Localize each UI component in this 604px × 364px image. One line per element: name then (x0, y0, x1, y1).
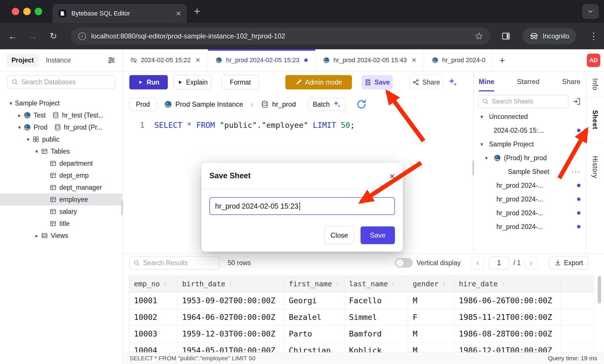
table-cell[interactable]: 1954-05-01T00:00:00Z (178, 342, 284, 352)
new-sheet-button[interactable]: + (493, 49, 511, 71)
site-info-icon[interactable]: i (78, 32, 86, 40)
rail-tab-history[interactable]: History (586, 142, 604, 192)
maximize-window-button[interactable] (35, 8, 42, 15)
close-icon[interactable]: × (412, 56, 416, 64)
sheet-item[interactable]: hr_prod 2024-... (474, 220, 586, 234)
table-cell[interactable]: 1985-11-21T00:00:00Z (454, 309, 561, 326)
sheet-item[interactable]: hr_prod 2024-... (474, 192, 586, 206)
next-page-button[interactable]: › (525, 257, 537, 269)
table-cell[interactable]: Facello (344, 292, 408, 309)
format-button[interactable]: Format (222, 75, 259, 89)
results-scrollbar[interactable] (598, 276, 601, 304)
modal-close-button[interactable]: Close (324, 226, 354, 244)
table-cell[interactable]: 1986-06-26T00:00:00Z (454, 292, 561, 309)
modal-save-button[interactable]: Save (361, 226, 395, 244)
sheet-search-input[interactable] (492, 98, 565, 105)
sheet-item[interactable]: hr_prod 2024-... (474, 206, 586, 220)
chevron-down-icon[interactable]: ▾ (480, 141, 489, 148)
chevron-down-icon[interactable]: ▾ (24, 136, 32, 143)
table-cell[interactable]: 10003 (129, 326, 178, 342)
breadcrumb-instance[interactable]: Prod Sample Instance (164, 100, 243, 108)
tree-item[interactable]: title (0, 218, 122, 230)
table-cell[interactable]: Georgi (284, 292, 344, 309)
minimize-window-button[interactable] (23, 8, 31, 15)
sheet-item[interactable]: ▾(Prod) hr_prod (474, 151, 586, 165)
save-button[interactable]: Save (362, 75, 393, 89)
browser-menu-icon[interactable]: ⋮ (588, 29, 599, 43)
editor-tab[interactable]: hr_prod 2024-02-05 15:23 (208, 49, 315, 71)
table-cell[interactable]: M (408, 326, 454, 342)
sheet-item[interactable]: Sample Sheet··· (474, 165, 586, 179)
tree-item[interactable]: ▾Sample Project (0, 97, 122, 109)
bookmark-star-icon[interactable] (475, 32, 483, 40)
reload-button[interactable]: ↻ (46, 29, 60, 43)
incognito-badge[interactable]: Incognito (523, 28, 576, 44)
column-header[interactable]: last_name (344, 276, 408, 292)
close-icon[interactable]: × (176, 9, 181, 18)
sheet-search[interactable] (478, 95, 568, 108)
tree-item[interactable]: department (0, 157, 122, 169)
project-tab[interactable]: Project (6, 54, 39, 67)
table-cell[interactable]: 1986-08-28T00:00:00Z (454, 326, 561, 342)
table-cell[interactable]: 10001 (129, 292, 178, 309)
table-cell[interactable]: Chirstian (284, 342, 344, 352)
results-search[interactable] (129, 256, 220, 269)
avatar[interactable]: AD (587, 54, 600, 67)
editor-tab[interactable]: hr_prod 2024-0 (424, 49, 493, 71)
tree-item[interactable]: salary (0, 206, 122, 218)
sheet-tab-mine[interactable]: Mine (479, 71, 494, 92)
table-cell[interactable]: Bezalel (284, 309, 344, 326)
vertical-display-toggle[interactable] (395, 258, 413, 268)
browser-tab[interactable]: Bytebase SQL Editor × (52, 4, 187, 23)
chevron-down-icon[interactable]: ▾ (15, 124, 24, 131)
batch-button[interactable]: Batch (307, 98, 346, 111)
close-icon[interactable]: × (196, 56, 200, 64)
back-button[interactable]: ← (6, 29, 20, 43)
refresh-button[interactable] (356, 99, 367, 110)
tab-search-button[interactable] (582, 4, 599, 19)
new-tab-button[interactable]: + (194, 5, 200, 17)
tree-item[interactable]: ▾public (0, 133, 122, 145)
table-cell[interactable]: 10002 (129, 309, 178, 326)
ai-assistant-button[interactable] (448, 77, 457, 87)
more-icon[interactable]: ··· (572, 168, 580, 175)
table-cell[interactable]: Koblick (344, 342, 408, 352)
table-cell[interactable]: Simmel (344, 309, 408, 326)
sheet-tab-starred[interactable]: Starred (517, 71, 539, 92)
table-cell[interactable]: 1959-12-03T00:00:00Z (178, 326, 284, 342)
sheet-item[interactable]: 2024-02-05 15:... (474, 124, 586, 137)
tree-settings-button[interactable] (107, 56, 116, 64)
table-cell[interactable]: F (408, 309, 454, 326)
column-header[interactable]: birth_date (178, 276, 284, 292)
column-header[interactable]: hire_date (454, 276, 561, 292)
page-input[interactable] (489, 257, 509, 269)
chevron-right-icon[interactable]: ▸ (15, 112, 24, 119)
breadcrumb-database[interactable]: hr_prod (261, 100, 296, 108)
panel-resize-handle[interactable] (472, 161, 474, 175)
editor-tab[interactable]: hr_prod 2024-02-05 15:43× (315, 49, 424, 71)
side-panel-button[interactable] (501, 32, 511, 41)
tree-item[interactable]: dept_emp (0, 169, 122, 181)
admin-mode-button[interactable]: Admin mode (285, 75, 352, 89)
sidebar-resize-handle[interactable] (121, 200, 123, 215)
results-search-input[interactable] (143, 259, 216, 267)
chevron-right-icon[interactable]: ▸ (33, 232, 41, 239)
run-button[interactable]: Run (129, 75, 168, 89)
table-cell[interactable]: 1953-09-02T00:00:00Z (178, 292, 284, 309)
column-header[interactable]: gender (408, 276, 454, 292)
prev-page-button[interactable]: ‹ (471, 257, 484, 269)
explain-button[interactable]: Explain (174, 75, 211, 89)
tree-item[interactable]: ▸Testhr_test (Test... (0, 109, 122, 121)
url-bar[interactable]: i localhost:8080/sql-editor/prod-sample-… (71, 28, 491, 44)
table-cell[interactable]: M (408, 292, 454, 309)
chevron-down-icon[interactable]: ▾ (485, 155, 494, 161)
column-header[interactable]: emp_no (129, 276, 178, 292)
table-cell[interactable]: M (408, 342, 454, 352)
chevron-down-icon[interactable]: ▾ (480, 113, 489, 120)
connect-sheet-button[interactable] (572, 97, 581, 106)
chevron-down-icon[interactable]: ▾ (33, 148, 41, 155)
database-search[interactable] (7, 75, 115, 89)
editor-tab[interactable]: 2024-02-05 15:22× (123, 49, 208, 71)
rail-tab-sheet[interactable]: Sheet (586, 97, 604, 142)
sheet-item[interactable]: hr_prod 2024-... (474, 179, 586, 192)
